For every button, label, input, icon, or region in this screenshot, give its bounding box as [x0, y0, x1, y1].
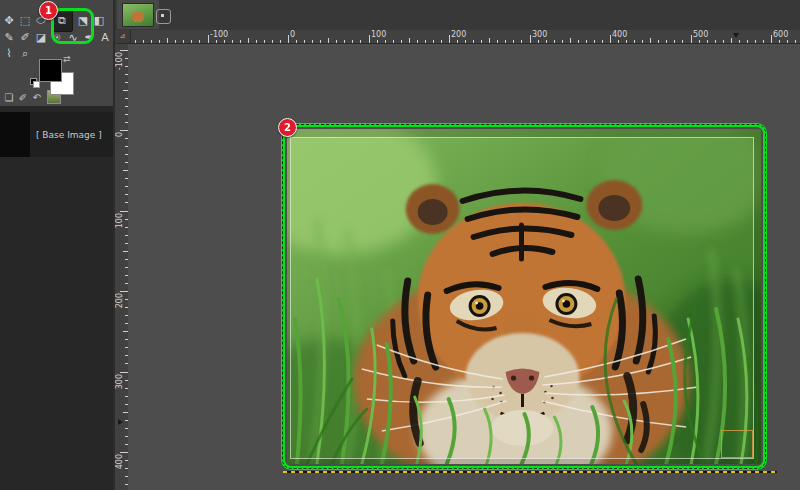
image-list-label: [ Base Image ]	[30, 112, 113, 157]
ruler-tick	[280, 40, 281, 43]
ruler-tick	[618, 40, 619, 43]
ruler-label: -100	[116, 52, 124, 70]
tool-ink-tool[interactable]: ✒	[81, 29, 97, 46]
ruler-corner-button[interactable]: ⊿	[115, 30, 131, 43]
ruler-tick	[344, 40, 345, 43]
ruler-tick	[666, 40, 667, 43]
ruler-label: 600	[773, 31, 788, 39]
tool-options-tab[interactable]: ❏	[2, 90, 16, 104]
ruler-label: 100	[116, 213, 124, 228]
ruler-tick	[272, 40, 273, 43]
tool-eraser-tool[interactable]: ◪	[33, 29, 49, 46]
ruler-tick	[296, 40, 297, 43]
ruler-tick	[715, 40, 716, 43]
image-list-thumbnail	[0, 112, 30, 157]
ruler-tick	[634, 40, 635, 43]
ruler-tick	[521, 40, 522, 43]
undo-history-tab[interactable]: ↶	[30, 90, 44, 104]
application-window: ✥⬚⬭⧉⬔◧ ✎✐◪⍟∿✒A ⌇⌕ 1 ⇄ ❏✐↶ ◂ [ Base Image…	[0, 0, 800, 490]
tiger-image[interactable]	[287, 129, 761, 464]
ruler-tick	[224, 40, 225, 43]
image-tab[interactable]	[117, 0, 159, 29]
ruler-tick	[393, 40, 394, 43]
ruler-tick	[417, 40, 418, 43]
ruler-label: 0	[116, 132, 124, 137]
horizontal-ruler[interactable]: ⊿ -1000100200300400500600	[115, 30, 800, 44]
ruler-tick	[120, 452, 128, 453]
ruler-tick	[707, 40, 708, 43]
tool-rectangle-select-tool[interactable]: ⬚	[17, 12, 33, 29]
ruler-tick	[232, 40, 233, 43]
ruler-tick	[562, 40, 563, 43]
swap-colors-icon[interactable]: ⇄	[63, 54, 71, 64]
ruler-tick	[457, 40, 458, 43]
ruler-tick	[377, 40, 378, 43]
ruler-tick	[530, 35, 531, 43]
reset-bg-mini	[33, 81, 40, 88]
ruler-tick	[151, 40, 152, 43]
ruler-tick	[120, 291, 128, 292]
ruler-tick	[433, 40, 434, 43]
tab-action-icon[interactable]	[156, 9, 171, 24]
ruler-tick	[336, 40, 337, 43]
ruler-tick	[505, 40, 506, 43]
ruler-tick	[385, 40, 386, 43]
vertical-ruler[interactable]: ⋮ -1000100200300400	[115, 44, 129, 490]
tool-smudge-tool[interactable]: ∿	[65, 29, 81, 46]
brushes-tab[interactable]: ✐	[16, 90, 30, 104]
ruler-tick	[167, 38, 168, 43]
ruler-tick	[586, 40, 587, 43]
ruler-tick	[465, 40, 466, 43]
canvas-tab-strip	[115, 0, 800, 30]
tool-paths-tool[interactable]: ⌇	[1, 45, 17, 62]
toolbox-row-2: ✎✐◪⍟∿✒A	[1, 29, 113, 46]
ruler-tick	[143, 40, 144, 43]
ruler-tick	[135, 40, 136, 43]
ruler-tick	[570, 38, 571, 43]
ruler-tick	[409, 38, 410, 43]
ruler-tick	[120, 50, 128, 51]
ruler-tick	[264, 40, 265, 43]
ruler-tick	[691, 35, 692, 43]
ruler-tick	[120, 211, 128, 212]
layer-boundary-dashes	[283, 471, 777, 473]
tool-gradient-tool[interactable]: ◧	[91, 12, 107, 29]
ruler-tick	[248, 38, 249, 43]
ruler-tick	[642, 40, 643, 43]
ruler-tick	[425, 40, 426, 43]
toolbox-panel: ✥⬚⬭⧉⬔◧ ✎✐◪⍟∿✒A ⌇⌕ 1 ⇄	[0, 0, 113, 88]
annotation-badge-1: 1	[39, 1, 58, 20]
ruler-tick	[369, 35, 370, 43]
tool-zoom-tool[interactable]: ⌕	[17, 45, 33, 62]
ruler-tick	[602, 40, 603, 43]
ruler-tick	[594, 40, 595, 43]
tool-clone-tool[interactable]: ⍟	[49, 29, 65, 46]
tool-text-tool[interactable]: A	[97, 29, 113, 46]
foreground-color-swatch[interactable]	[39, 59, 62, 82]
tool-move-tool[interactable]: ✥	[1, 12, 17, 29]
tool-paintbrush-tool[interactable]: ✐	[17, 29, 33, 46]
ruler-tick	[441, 40, 442, 43]
ruler-tick	[208, 35, 209, 43]
ruler-tick	[546, 40, 547, 43]
ruler-tick	[578, 40, 579, 43]
ruler-tick	[360, 40, 361, 43]
ruler-tick	[763, 40, 764, 43]
reset-colors-icon[interactable]	[30, 78, 39, 87]
ruler-tick	[328, 38, 329, 43]
ruler-tick	[538, 40, 539, 43]
ruler-tick	[658, 40, 659, 43]
ruler-label: 200	[451, 31, 466, 39]
ruler-position-marker	[118, 419, 123, 425]
ruler-label: 400	[116, 454, 124, 469]
ruler-tick	[795, 40, 796, 43]
ruler-label: 200	[116, 293, 124, 308]
tab-action-dot	[161, 14, 164, 17]
image-list-item[interactable]: [ Base Image ]	[0, 112, 113, 157]
ruler-tick	[699, 40, 700, 43]
ruler-tick	[554, 40, 555, 43]
tool-transform-tool[interactable]: ⬔	[75, 12, 91, 29]
ruler-tick	[183, 40, 184, 43]
ruler-tick	[320, 40, 321, 43]
tool-pencil-tool[interactable]: ✎	[1, 29, 17, 46]
